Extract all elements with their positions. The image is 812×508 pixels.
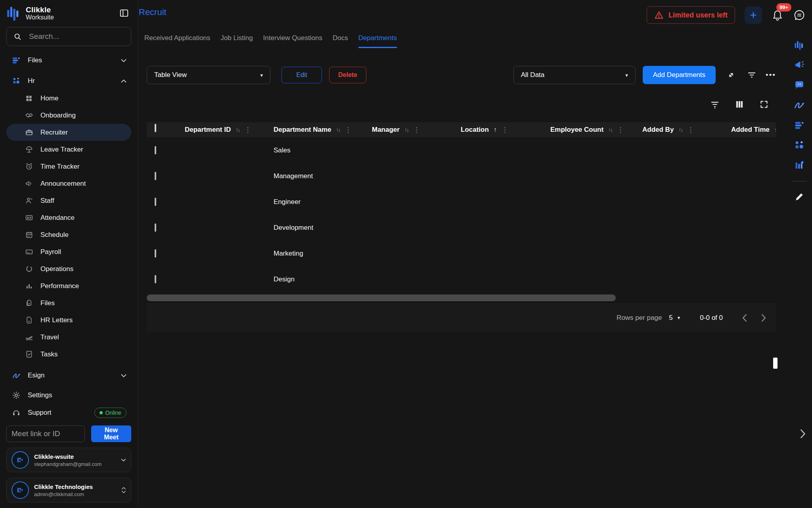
- sidebar-bottom: Settings Support Online New: [6, 387, 131, 502]
- column-menu-icon[interactable]: ⋮: [617, 126, 624, 134]
- payment-card-icon: [24, 248, 34, 256]
- table-row[interactable]: Design: [147, 266, 776, 292]
- sidebar-item-onboarding[interactable]: Onboarding: [6, 107, 131, 124]
- sort-icon[interactable]: ↑↓: [678, 127, 682, 133]
- sidebar-item-performance[interactable]: Performance: [6, 277, 131, 294]
- table-row[interactable]: Sales: [147, 137, 776, 163]
- rail-clikkle-apps-icon[interactable]: [794, 40, 805, 51]
- sidebar-item-schedule[interactable]: Schedule: [6, 226, 131, 243]
- row-checkbox[interactable]: [155, 172, 156, 180]
- sidebar-item-staff[interactable]: Staff: [6, 192, 131, 209]
- add-new-button[interactable]: +: [745, 6, 762, 24]
- rail-projects-chart-icon[interactable]: [794, 160, 805, 171]
- table-row[interactable]: Development: [147, 215, 776, 241]
- row-checkbox[interactable]: [155, 275, 156, 283]
- sidebar-item-settings[interactable]: Settings: [6, 387, 131, 404]
- sort-icon[interactable]: ↑↓: [236, 127, 239, 133]
- rail-edit-pencil-icon[interactable]: [794, 192, 804, 202]
- sidebar-item-label: Travel: [40, 333, 59, 341]
- tab-job-listing[interactable]: Job Listing: [220, 34, 253, 48]
- sidebar-item-hr[interactable]: Hr: [6, 72, 131, 90]
- sidebar-item-leave-tracker[interactable]: Leave Tracker: [6, 141, 131, 158]
- add-departments-button[interactable]: Add Departments: [643, 66, 716, 84]
- filter-icon[interactable]: [710, 99, 720, 110]
- sidebar-item-announcement[interactable]: Announcement: [6, 175, 131, 192]
- meet-link-input[interactable]: [6, 425, 85, 442]
- sidebar-item-files-sub[interactable]: Files: [6, 294, 131, 312]
- chat-button[interactable]: [793, 9, 806, 21]
- column-menu-icon[interactable]: ⋮: [502, 126, 508, 134]
- column-menu-icon[interactable]: ⋮: [413, 126, 420, 134]
- sort-icon[interactable]: ↑↓: [404, 127, 408, 133]
- new-meet-button[interactable]: New Meet: [91, 425, 131, 442]
- fullscreen-icon[interactable]: [759, 99, 769, 110]
- columns-icon[interactable]: [734, 99, 745, 110]
- table-row[interactable]: Marketing: [147, 241, 776, 266]
- sidebar-item-files[interactable]: Files: [6, 52, 131, 69]
- row-checkbox[interactable]: [155, 146, 156, 154]
- rail-files-icon[interactable]: [794, 120, 805, 131]
- sidebar-item-home[interactable]: Home: [6, 90, 131, 107]
- sidebar-item-travel[interactable]: Travel: [6, 329, 131, 346]
- view-select[interactable]: Table View ▾: [147, 66, 270, 84]
- tab-departments[interactable]: Departments: [358, 34, 397, 48]
- sidebar-item-payroll[interactable]: Payroll: [6, 243, 131, 260]
- previous-page-button[interactable]: [742, 314, 747, 322]
- table-row[interactable]: Engineer: [147, 189, 776, 215]
- sort-icon[interactable]: ↑↓: [336, 127, 340, 133]
- row-checkbox[interactable]: [155, 249, 156, 258]
- search-input[interactable]: [28, 32, 127, 41]
- sort-icon[interactable]: ↑↓: [774, 127, 776, 133]
- tab-docs[interactable]: Docs: [333, 34, 348, 48]
- sidebar-item-hr-letters[interactable]: HR Letters: [6, 312, 131, 329]
- column-header-manager: Manager ↑↓ ⋮: [372, 122, 420, 137]
- search-icon: [13, 32, 22, 41]
- sidebar-search[interactable]: [6, 27, 131, 46]
- plus-icon: +: [750, 8, 757, 22]
- sidebar-item-tasks[interactable]: Tasks: [6, 346, 131, 363]
- filter-list-icon[interactable]: [747, 70, 757, 80]
- row-checkbox[interactable]: [155, 198, 156, 206]
- column-menu-icon[interactable]: ⋮: [345, 126, 352, 134]
- account-card-workspace[interactable]: Clikkle-wsuite stephandgraham@gmail.com: [6, 448, 131, 472]
- select-all-checkbox[interactable]: [155, 124, 156, 132]
- sidebar-item-operations[interactable]: Operations: [6, 260, 131, 277]
- delete-button[interactable]: Delete: [329, 67, 366, 83]
- sidebar-item-time-tracker[interactable]: Time Tracker: [6, 158, 131, 175]
- rail-expand-chevron[interactable]: [799, 429, 806, 439]
- tab-received-applications[interactable]: Received Applications: [144, 34, 210, 48]
- rail-chat-icon[interactable]: [794, 79, 805, 90]
- rows-per-page-value[interactable]: 5: [669, 314, 672, 322]
- caret-down-icon[interactable]: ▾: [678, 315, 680, 321]
- rail-campaign-icon[interactable]: [794, 60, 805, 71]
- sidebar-collapse-icon[interactable]: [119, 8, 129, 18]
- expand-diagonal-icon[interactable]: [726, 70, 736, 80]
- account-email: admin@clikkmail.com: [34, 491, 93, 497]
- account-card-organization[interactable]: Clikkle Technologies admin@clikkmail.com: [6, 478, 131, 502]
- data-filter-select[interactable]: All Data ▾: [513, 66, 636, 84]
- column-menu-icon[interactable]: ⋮: [244, 126, 251, 134]
- sort-ascending-icon[interactable]: ↑: [494, 126, 497, 133]
- rail-hr-icon[interactable]: [794, 140, 805, 151]
- horizontal-scrollbar[interactable]: [147, 294, 616, 301]
- sidebar-item-attendance[interactable]: Attendance: [6, 209, 131, 226]
- id-card-icon: [24, 214, 34, 222]
- brand-logo[interactable]: Clikkle Worksuite: [6, 6, 131, 21]
- column-menu-icon[interactable]: ⋮: [687, 126, 694, 134]
- tab-interview-questions[interactable]: Interview Questions: [263, 34, 322, 48]
- edit-button[interactable]: Edit: [282, 67, 322, 83]
- notifications-button[interactable]: 99+: [772, 9, 783, 21]
- row-checkbox[interactable]: [155, 223, 156, 232]
- sidebar-item-recruiter[interactable]: Recruiter: [6, 124, 131, 141]
- table-row[interactable]: Management: [147, 163, 776, 189]
- more-options-icon[interactable]: •••: [766, 71, 776, 79]
- rail-esign-icon[interactable]: [793, 99, 805, 111]
- sidebar-item-support[interactable]: Support Online: [6, 404, 131, 421]
- limited-users-button[interactable]: Limited users left: [647, 6, 735, 24]
- people-icon: [24, 196, 34, 205]
- brand-suite: Worksuite: [26, 14, 54, 21]
- sort-icon[interactable]: ↑↓: [608, 127, 612, 133]
- account-name: Clikkle Technologies: [34, 483, 93, 490]
- sidebar-item-esign[interactable]: Esign: [6, 367, 131, 384]
- next-page-button[interactable]: [761, 314, 766, 322]
